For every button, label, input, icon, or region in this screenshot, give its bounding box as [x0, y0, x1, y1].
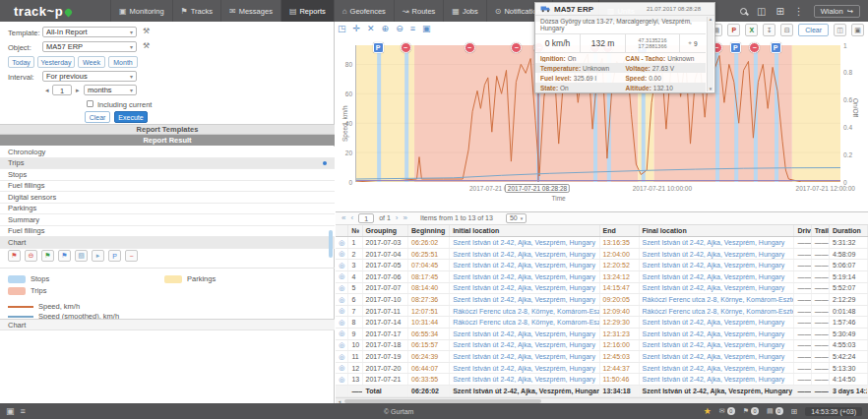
- logout-icon[interactable]: ↪: [847, 7, 853, 16]
- interval-count-input[interactable]: 1: [52, 85, 72, 95]
- report-result-item-fuel-fillings[interactable]: Fuel fillings: [0, 181, 335, 193]
- cell[interactable]: 12:44:37: [599, 362, 639, 374]
- scroll-up-icon[interactable]: ▲: [709, 17, 713, 22]
- cell[interactable]: 09:20:05: [599, 294, 639, 306]
- cell[interactable]: Szent István út 2-42, Ajka, Veszprém, Hu…: [639, 351, 794, 363]
- zoom-out-icon[interactable]: ⊖: [396, 24, 403, 33]
- chart-section-header[interactable]: Chart: [0, 319, 335, 330]
- cell[interactable]: 07:04:45: [407, 260, 449, 271]
- star-icon[interactable]: ★: [704, 406, 712, 416]
- cell[interactable]: Szent István út 2-42, Ajka, Veszprém, Hu…: [639, 339, 794, 351]
- cell[interactable]: 12:31:23: [599, 329, 639, 340]
- locate-icon[interactable]: ◎: [336, 339, 348, 351]
- quick-week-button[interactable]: Week: [78, 56, 105, 68]
- messages-counter[interactable]: ✉0: [719, 407, 735, 415]
- locate-icon[interactable]: ◎: [336, 237, 348, 249]
- cell[interactable]: 13:16:35: [599, 237, 639, 249]
- table-row[interactable]: ◎122017-07-2006:44:07Szent István út 2-4…: [336, 362, 868, 374]
- no-entry-toggle[interactable]: −: [125, 250, 138, 262]
- column-header-№[interactable]: №: [348, 225, 362, 237]
- popup-scrollbar[interactable]: ▲ ▼: [707, 17, 713, 91]
- table-row[interactable]: ◎52017-07-0708:14:40Szent István út 2-42…: [336, 282, 868, 294]
- template-select[interactable]: All-In Report ▾: [42, 27, 137, 37]
- locate-icon[interactable]: ◎: [336, 271, 348, 283]
- quick-yesterday-button[interactable]: Yesterday: [37, 56, 75, 68]
- page-number-input[interactable]: 1: [358, 213, 374, 223]
- monitor-icon[interactable]: ▣: [6, 406, 15, 416]
- locate-icon[interactable]: ◎: [336, 305, 348, 317]
- user-menu[interactable]: Wialon ↪: [814, 5, 860, 18]
- toggle-frame-button[interactable]: ▣: [851, 24, 864, 36]
- flag-red-toggle[interactable]: ⚑: [8, 250, 21, 262]
- report-result-item-chronology[interactable]: Chronology: [0, 147, 335, 158]
- locate-icon[interactable]: ◎: [336, 248, 348, 260]
- nav-item-jobs[interactable]: ▦Jobs: [443, 0, 485, 22]
- cell[interactable]: Szent István út 2-42, Ajka, Veszprém, Hu…: [450, 282, 599, 294]
- cell[interactable]: 06:33:55: [407, 374, 449, 386]
- fit-icon[interactable]: ▣: [422, 24, 431, 33]
- next-page-icon[interactable]: ›: [396, 213, 399, 222]
- legend-icon[interactable]: ≡: [410, 24, 415, 33]
- parking-marker[interactable]: P: [771, 42, 781, 53]
- cell[interactable]: Szent István út 2-42, Ajka, Veszprém, Hu…: [450, 260, 599, 271]
- cell[interactable]: 06:55:34: [407, 329, 449, 340]
- scroll-down-icon[interactable]: ▼: [709, 87, 713, 91]
- image-toggle[interactable]: ▧: [75, 250, 88, 262]
- print-icon[interactable]: ⊟: [780, 24, 793, 36]
- cell[interactable]: 08:17:45: [407, 271, 449, 283]
- cell[interactable]: Szent István út 2-42, Ajka, Veszprém, Hu…: [450, 271, 599, 283]
- locate-icon[interactable]: ◎: [336, 282, 348, 294]
- column-header-End[interactable]: End: [599, 225, 639, 237]
- cell[interactable]: 10:31:44: [407, 317, 449, 329]
- total-row[interactable]: ——Total06:26:02Szent István út 2-42, Ajk…: [336, 385, 868, 396]
- cell[interactable]: 12:16:00: [599, 339, 639, 351]
- flag-blue-toggle[interactable]: ⚑: [58, 250, 71, 262]
- table-row[interactable]: ◎22017-07-0406:25:51Szent István út 2-42…: [336, 248, 868, 260]
- table-row[interactable]: ◎92017-07-1706:55:34Szent István út 2-42…: [336, 329, 868, 340]
- cell[interactable]: 06:25:51: [407, 248, 449, 260]
- sidebar-scrollbar[interactable]: [329, 230, 333, 258]
- locate-icon[interactable]: ◎: [336, 351, 348, 363]
- cell[interactable]: Rákóczi Ferenc utca 2-8, Környe, Komárom…: [639, 294, 794, 306]
- cell[interactable]: 06:15:57: [407, 339, 449, 351]
- events-counter[interactable]: ⚑0: [743, 407, 759, 415]
- select-area-icon[interactable]: ◳: [338, 24, 346, 33]
- locate-icon[interactable]: ◎: [336, 362, 348, 374]
- column-header-Beginning[interactable]: Beginning: [407, 225, 449, 237]
- parking-toggle[interactable]: P: [108, 250, 121, 262]
- locate-icon[interactable]: ◎: [336, 374, 348, 386]
- stop-marker[interactable]: −: [401, 42, 411, 53]
- video-toggle[interactable]: ▸: [92, 250, 104, 262]
- apps-grid-icon[interactable]: ⊞: [775, 6, 783, 17]
- cell[interactable]: 06:26:02: [407, 237, 449, 249]
- stops-toggle[interactable]: ⊖: [25, 250, 37, 262]
- nav-item-reports[interactable]: ▤Reports: [280, 0, 334, 22]
- interval-select[interactable]: For previous ▾: [42, 71, 137, 82]
- column-header-Driver[interactable]: Driver: [794, 225, 811, 237]
- parking-marker[interactable]: P: [373, 42, 384, 53]
- scrollbar-thumb[interactable]: [344, 399, 541, 403]
- table-row[interactable]: ◎82017-07-1410:31:44Rákóczi Ferenc utca …: [336, 317, 868, 329]
- cell[interactable]: 12:09:40: [599, 305, 639, 317]
- report-result-item-fuel-fillings[interactable]: Fuel fillings: [0, 226, 335, 238]
- cell[interactable]: Szent István út 2-42, Ajka, Veszprém, Hu…: [450, 294, 599, 306]
- clear-button[interactable]: Clear: [85, 111, 110, 123]
- cell[interactable]: 12:07:51: [407, 305, 449, 317]
- interval-increase-icon[interactable]: ▸: [76, 87, 80, 94]
- cell[interactable]: Rákóczi Ferenc utca 2-8, Környe, Komárom…: [639, 305, 794, 317]
- cell[interactable]: 08:27:36: [407, 294, 449, 306]
- column-header-Grouping[interactable]: Grouping: [362, 225, 407, 237]
- zoom-in-icon[interactable]: ⊕: [382, 24, 390, 33]
- prev-page-icon[interactable]: ‹: [350, 213, 353, 222]
- including-current-checkbox[interactable]: [87, 100, 93, 107]
- cell[interactable]: Szent István út 2-42, Ajka, Veszprém, Hu…: [639, 282, 794, 294]
- cell[interactable]: 08:14:40: [407, 282, 449, 294]
- interval-decrease-icon[interactable]: ◂: [45, 87, 49, 94]
- cell[interactable]: 12:29:30: [599, 317, 639, 329]
- list-icon[interactable]: ≡: [21, 406, 26, 416]
- grid-icon[interactable]: ⊞: [791, 407, 798, 416]
- stop-marker[interactable]: −: [465, 42, 475, 53]
- table-row[interactable]: ◎32017-07-0507:04:45Szent István út 2-42…: [336, 260, 868, 271]
- interval-unit-select[interactable]: months ▾: [84, 85, 137, 95]
- cell[interactable]: 12:45:03: [599, 351, 639, 363]
